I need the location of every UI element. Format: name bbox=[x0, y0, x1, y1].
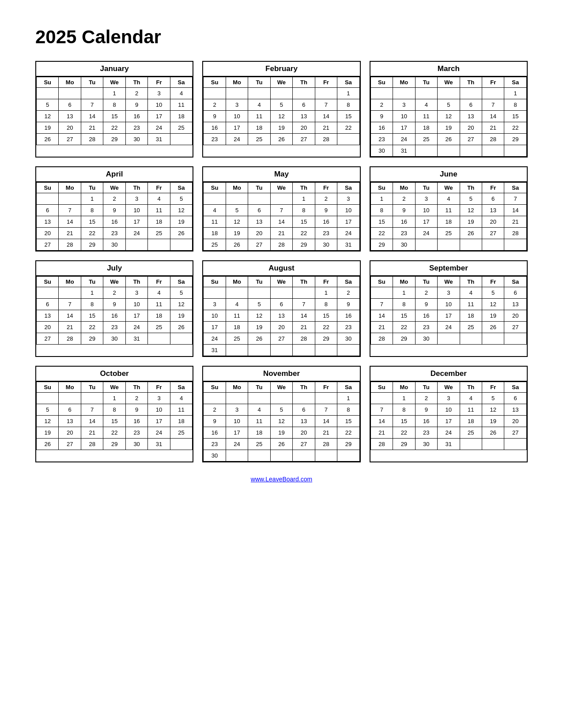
month-september: SeptemberSuMoTuWeThFrSa12345678910111213… bbox=[370, 260, 528, 357]
day-cell: 13 bbox=[504, 404, 527, 416]
day-cell: 29 bbox=[81, 239, 103, 251]
day-cell: 1 bbox=[81, 193, 103, 205]
day-cell: 26 bbox=[170, 322, 193, 333]
day-cell bbox=[482, 88, 504, 99]
table-row: 2345678 bbox=[204, 99, 359, 111]
day-cell bbox=[81, 88, 103, 99]
day-cell: 30 bbox=[125, 439, 147, 450]
day-cell bbox=[460, 439, 482, 450]
day-cell: 7 bbox=[315, 99, 337, 111]
day-header: Sa bbox=[337, 77, 360, 88]
day-cell: 10 bbox=[438, 299, 460, 310]
day-cell: 28 bbox=[81, 439, 103, 450]
day-cell: 21 bbox=[270, 228, 292, 239]
day-cell: 22 bbox=[337, 427, 360, 439]
day-cell: 25 bbox=[204, 239, 226, 251]
day-header: Fr bbox=[482, 382, 504, 393]
day-cell bbox=[293, 88, 315, 99]
day-header: Tu bbox=[415, 183, 437, 193]
day-cell: 10 bbox=[204, 310, 226, 322]
table-row: 123 bbox=[204, 193, 359, 205]
day-cell: 25 bbox=[415, 134, 437, 145]
day-cell bbox=[337, 450, 360, 462]
day-cell: 3 bbox=[125, 193, 147, 205]
day-cell bbox=[504, 145, 527, 157]
table-row: 16171819202122 bbox=[204, 122, 359, 134]
day-cell: 12 bbox=[226, 216, 248, 228]
day-cell bbox=[415, 145, 437, 157]
day-cell bbox=[482, 333, 504, 345]
day-cell: 30 bbox=[415, 333, 437, 345]
day-cell: 6 bbox=[59, 404, 81, 416]
table-row: 262728293031 bbox=[37, 439, 193, 450]
table-row: 18192021222324 bbox=[204, 228, 359, 239]
day-cell: 30 bbox=[103, 333, 125, 345]
day-cell bbox=[293, 450, 315, 462]
table-row: 13141516171819 bbox=[37, 310, 193, 322]
table-row: 12345 bbox=[37, 287, 193, 299]
day-cell: 16 bbox=[315, 216, 337, 228]
day-cell bbox=[438, 333, 460, 345]
day-cell bbox=[248, 193, 270, 205]
day-cell bbox=[59, 88, 81, 99]
day-cell: 15 bbox=[337, 111, 360, 122]
table-row: 3031 bbox=[370, 145, 526, 157]
day-cell bbox=[170, 239, 193, 251]
day-cell: 23 bbox=[370, 134, 393, 145]
table-row: 1 bbox=[204, 88, 359, 99]
table-row: 1234 bbox=[37, 88, 193, 99]
day-cell: 24 bbox=[337, 228, 360, 239]
day-cell: 20 bbox=[504, 310, 527, 322]
day-cell: 26 bbox=[482, 427, 504, 439]
day-cell bbox=[438, 88, 460, 99]
day-cell: 1 bbox=[393, 393, 415, 404]
day-cell: 14 bbox=[81, 416, 103, 427]
month-title: January bbox=[36, 62, 193, 77]
day-cell: 24 bbox=[148, 427, 170, 439]
day-cell: 18 bbox=[460, 310, 482, 322]
month-title: September bbox=[370, 261, 527, 276]
day-cell: 3 bbox=[204, 299, 226, 310]
month-august: AugustSuMoTuWeThFrSa12345678910111213141… bbox=[202, 260, 360, 357]
day-cell: 8 bbox=[337, 404, 360, 416]
day-cell: 9 bbox=[415, 299, 437, 310]
day-cell: 15 bbox=[103, 111, 125, 122]
day-cell: 3 bbox=[393, 99, 415, 111]
day-cell: 26 bbox=[482, 322, 504, 333]
day-cell: 3 bbox=[148, 393, 170, 404]
day-cell: 3 bbox=[125, 287, 147, 299]
day-cell: 7 bbox=[293, 299, 315, 310]
day-cell: 25 bbox=[248, 439, 270, 450]
day-cell: 18 bbox=[204, 228, 226, 239]
day-cell: 13 bbox=[248, 216, 270, 228]
day-cell bbox=[37, 393, 59, 404]
day-cell: 4 bbox=[204, 205, 226, 216]
day-cell: 15 bbox=[393, 310, 415, 322]
day-cell bbox=[204, 393, 226, 404]
day-cell bbox=[482, 439, 504, 450]
day-cell bbox=[270, 193, 292, 205]
day-cell: 18 bbox=[438, 216, 460, 228]
day-header: We bbox=[103, 77, 125, 88]
day-cell bbox=[248, 345, 270, 356]
day-cell: 18 bbox=[148, 310, 170, 322]
day-header: Mo bbox=[393, 277, 415, 287]
day-cell: 17 bbox=[148, 416, 170, 427]
day-cell bbox=[270, 345, 292, 356]
day-cell: 27 bbox=[248, 239, 270, 251]
day-cell: 13 bbox=[482, 205, 504, 216]
day-header: Tu bbox=[415, 382, 437, 393]
day-cell bbox=[315, 345, 337, 356]
day-cell: 3 bbox=[438, 393, 460, 404]
day-cell bbox=[315, 450, 337, 462]
month-october: OctoberSuMoTuWeThFrSa1234567891011121314… bbox=[35, 366, 193, 462]
day-header: Th bbox=[293, 77, 315, 88]
day-cell bbox=[270, 88, 292, 99]
day-cell: 12 bbox=[482, 404, 504, 416]
footer-link[interactable]: www.LeaveBoard.com bbox=[35, 476, 528, 483]
day-cell: 3 bbox=[226, 99, 248, 111]
day-cell: 24 bbox=[125, 322, 147, 333]
day-cell: 27 bbox=[59, 134, 81, 145]
day-cell: 21 bbox=[315, 122, 337, 134]
day-cell: 13 bbox=[293, 416, 315, 427]
